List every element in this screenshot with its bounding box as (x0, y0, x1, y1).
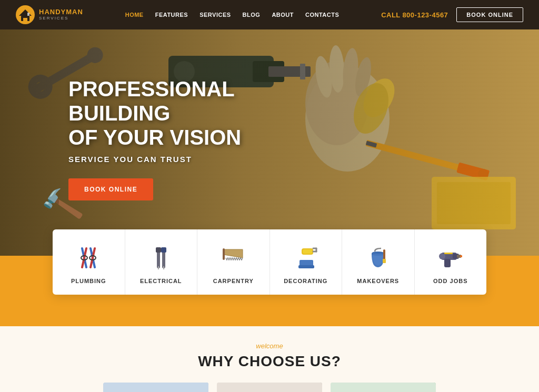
services-bar-wrapper: PLUMBING ELECTRICAL (0, 256, 539, 326)
why-welcome-text: welcome (42, 342, 497, 350)
nav-contacts[interactable]: CONTACTS (305, 12, 339, 18)
hero-subtitle: SERVICE YOU CAN TRUST (68, 155, 321, 164)
electrical-icon (147, 244, 175, 272)
decorating-icon (292, 244, 320, 272)
logo-text: HANDYMAN SERVICES (39, 8, 83, 21)
plumbing-label: PLUMBING (71, 278, 106, 284)
decorating-label: DECORATING (284, 278, 327, 284)
svg-rect-60 (460, 255, 462, 257)
electrical-label: ELECTRICAL (140, 278, 182, 284)
svg-rect-47 (303, 249, 312, 254)
service-item-odd-jobs[interactable]: ODD JOBS (415, 229, 487, 295)
svg-rect-45 (223, 248, 225, 260)
svg-rect-3 (23, 18, 27, 21)
svg-rect-77 (331, 383, 436, 392)
logo-icon (16, 5, 35, 24)
hero-title: PROFESSIONAL BUILDING OF YOUR VISION (68, 77, 321, 149)
svg-rect-61 (444, 253, 453, 254)
svg-rect-42 (161, 247, 166, 253)
svg-point-58 (439, 253, 445, 259)
nav-blog[interactable]: BLOG (243, 12, 261, 18)
plumbing-icon (75, 244, 102, 272)
service-item-decorating[interactable]: DECORATING (270, 229, 343, 295)
svg-rect-54 (383, 259, 386, 263)
svg-rect-43 (163, 266, 164, 269)
logo-brand-highlight: MAN (66, 8, 83, 16)
logo-brand: HANDY (39, 8, 66, 16)
header-right: CALL 800-123-4567 BOOK ONLINE (381, 7, 523, 22)
odd-jobs-label: ODD JOBS (433, 278, 467, 284)
nav-home[interactable]: HOME (125, 12, 144, 18)
svg-rect-62 (103, 383, 208, 392)
book-online-header-button[interactable]: BOOK ONLINE (456, 7, 523, 22)
service-item-plumbing[interactable]: PLUMBING (53, 229, 125, 295)
why-image-3 (331, 383, 436, 392)
services-card: PLUMBING ELECTRICAL (53, 229, 486, 295)
service-item-electrical[interactable]: ELECTRICAL (125, 229, 198, 295)
svg-rect-39 (156, 247, 161, 253)
logo-services: SERVICES (39, 16, 83, 21)
carpentry-label: CARPENTRY (213, 278, 254, 284)
why-title: WHY CHOOSE US? (42, 353, 497, 370)
svg-rect-53 (383, 249, 385, 260)
svg-rect-52 (298, 265, 314, 268)
svg-rect-69 (217, 383, 322, 392)
book-online-hero-button[interactable]: BOOK ONLINE (68, 178, 153, 200)
why-image-2 (217, 383, 322, 392)
why-choose-us-section: welcome WHY CHOOSE US? (0, 326, 539, 392)
site-header: HANDYMAN SERVICES HOME FEATURES SERVICES… (0, 0, 539, 29)
odd-jobs-icon (437, 244, 464, 272)
phone-number: 800-123-4567 (402, 11, 448, 19)
main-nav: HOME FEATURES SERVICES BLOG ABOUT CONTAC… (125, 12, 340, 18)
service-item-makeovers[interactable]: MAKEOVERS (342, 229, 415, 295)
hero-section: PROFESSIONAL BUILDING OF YOUR VISION SER… (0, 29, 539, 256)
nav-features[interactable]: FEATURES (155, 12, 188, 18)
svg-rect-40 (158, 266, 159, 269)
makeovers-icon (364, 244, 392, 272)
service-item-carpentry[interactable]: CARPENTRY (197, 229, 270, 295)
why-image-1 (103, 383, 208, 392)
call-label: CALL 800-123-4567 (381, 11, 448, 19)
makeovers-label: MAKEOVERS (357, 278, 399, 284)
logo[interactable]: HANDYMAN SERVICES (16, 5, 83, 24)
svg-rect-57 (444, 259, 451, 267)
nav-services[interactable]: SERVICES (199, 12, 231, 18)
svg-marker-44 (224, 249, 243, 258)
why-images (42, 383, 497, 392)
hero-content: PROFESSIONAL BUILDING OF YOUR VISION SER… (68, 77, 321, 200)
nav-about[interactable]: ABOUT (272, 12, 294, 18)
carpentry-icon (219, 244, 247, 272)
svg-rect-4 (27, 13, 29, 16)
